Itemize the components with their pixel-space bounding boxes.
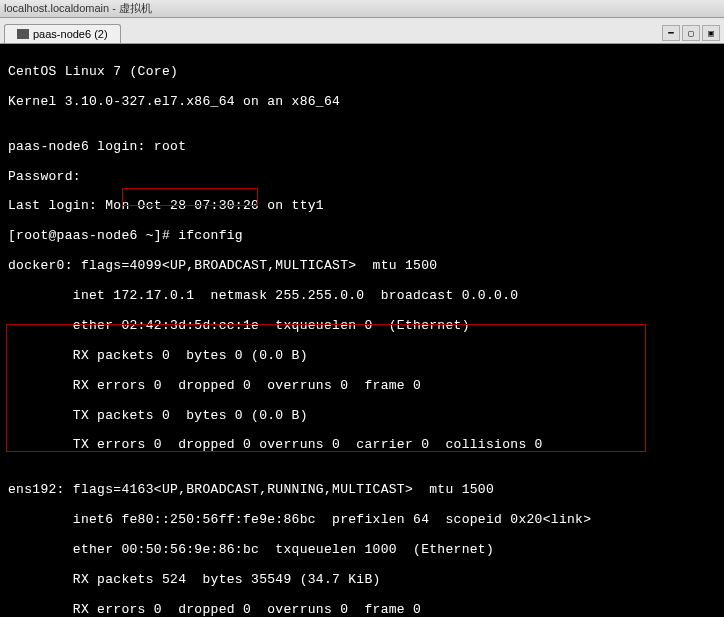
terminal-output[interactable]: CentOS Linux 7 (Core) Kernel 3.10.0-327.…: [0, 44, 724, 617]
tab-label: paas-node6 (2): [33, 28, 108, 40]
tab-bar: paas-node6 (2) ━ ▢ ▣: [0, 18, 724, 44]
terminal-line: inet 172.17.0.1 netmask 255.255.0.0 broa…: [8, 289, 716, 304]
terminal-line: ether 02:42:3d:5d:cc:1e txqueuelen 0 (Et…: [8, 319, 716, 334]
minimize-button[interactable]: ━: [662, 25, 680, 41]
tab-paas-node6[interactable]: paas-node6 (2): [4, 24, 121, 43]
terminal-line: TX errors 0 dropped 0 overruns 0 carrier…: [8, 438, 716, 453]
terminal-icon: [17, 29, 29, 39]
terminal-line: RX errors 0 dropped 0 overruns 0 frame 0: [8, 603, 716, 617]
terminal-line: CentOS Linux 7 (Core): [8, 65, 716, 80]
terminal-line: [root@paas-node6 ~]# ifconfig: [8, 229, 716, 244]
window-titlebar: localhost.localdomain - 虚拟机: [0, 0, 724, 18]
terminal-line: RX errors 0 dropped 0 overruns 0 frame 0: [8, 379, 716, 394]
terminal-line: inet6 fe80::250:56ff:fe9e:86bc prefixlen…: [8, 513, 716, 528]
close-button[interactable]: ▣: [702, 25, 720, 41]
terminal-line: ens192: flags=4163<UP,BROADCAST,RUNNING,…: [8, 483, 716, 498]
terminal-line: Password:: [8, 170, 716, 185]
terminal-line: paas-node6 login: root: [8, 140, 716, 155]
terminal-line: Last login: Mon Oct 28 07:30:20 on tty1: [8, 199, 716, 214]
terminal-line: RX packets 0 bytes 0 (0.0 B): [8, 349, 716, 364]
tab-controls: ━ ▢ ▣: [662, 25, 724, 43]
terminal-line: docker0: flags=4099<UP,BROADCAST,MULTICA…: [8, 259, 716, 274]
window-title: localhost.localdomain - 虚拟机: [4, 1, 152, 16]
terminal-line: ether 00:50:56:9e:86:bc txqueuelen 1000 …: [8, 543, 716, 558]
terminal-line: RX packets 524 bytes 35549 (34.7 KiB): [8, 573, 716, 588]
terminal-line: TX packets 0 bytes 0 (0.0 B): [8, 409, 716, 424]
terminal-line: Kernel 3.10.0-327.el7.x86_64 on an x86_6…: [8, 95, 716, 110]
maximize-button[interactable]: ▢: [682, 25, 700, 41]
